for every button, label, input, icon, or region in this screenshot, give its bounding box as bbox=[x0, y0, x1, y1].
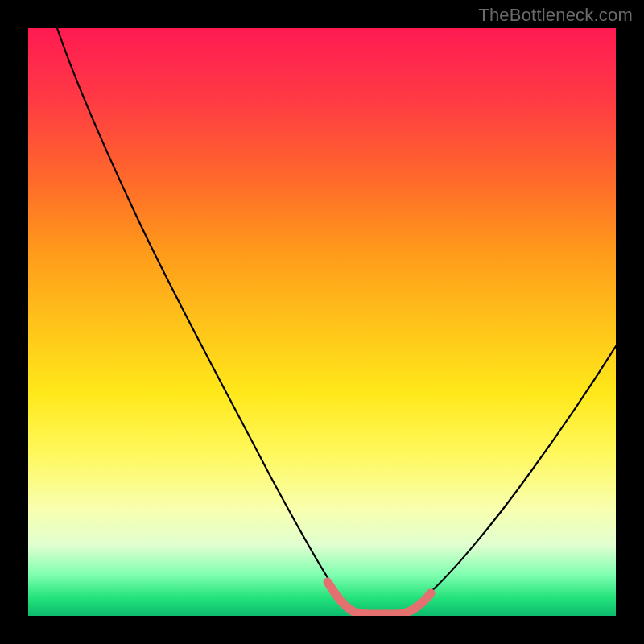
curve-layer bbox=[28, 28, 616, 616]
watermark-label: TheBottleneck.com bbox=[478, 5, 633, 26]
optimal-range-highlight bbox=[328, 582, 431, 614]
plot-area bbox=[28, 28, 616, 616]
chart-frame: TheBottleneck.com bbox=[0, 0, 644, 644]
bottleneck-curve bbox=[57, 28, 616, 613]
